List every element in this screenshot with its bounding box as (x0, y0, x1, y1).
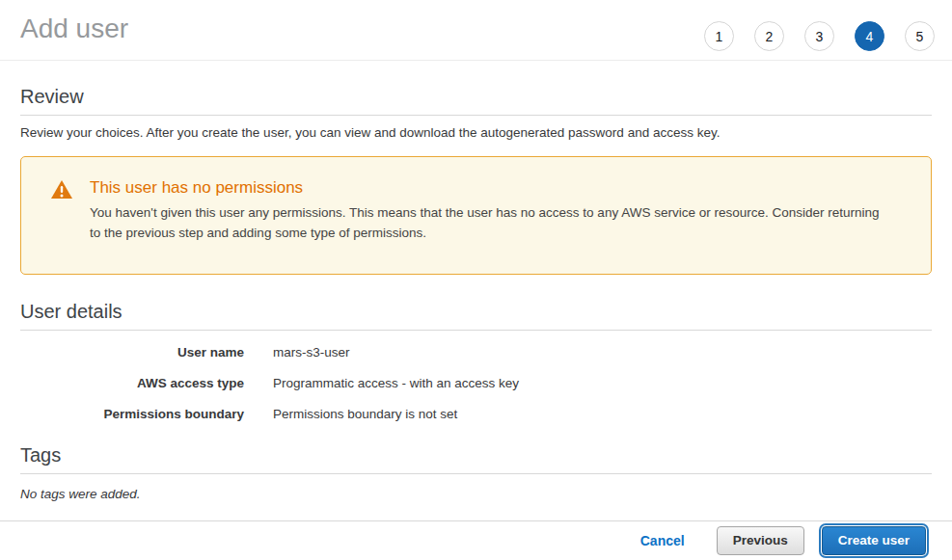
table-row: Permissions boundary Permissions boundar… (20, 407, 932, 421)
table-row: AWS access type Programmatic access - wi… (20, 376, 932, 390)
warning-body: You haven't given this user any permissi… (90, 202, 892, 243)
user-name-label: User name (20, 345, 244, 360)
step-indicator: 1 2 3 4 5 (704, 21, 935, 51)
step-4-active: 4 (855, 21, 884, 51)
review-description: Review your choices. After you create th… (20, 125, 932, 140)
user-details-rows: User name mars-s3-user AWS access type P… (20, 345, 932, 421)
step-3: 3 (804, 21, 834, 51)
create-user-button[interactable]: Create user (822, 526, 926, 555)
warning-title: This user has no permissions (90, 178, 892, 198)
wizard-footer: Cancel Previous Create user (0, 520, 952, 560)
step-2: 2 (754, 21, 784, 51)
tags-empty-message: No tags were added. (20, 487, 932, 501)
table-row: User name mars-s3-user (20, 345, 932, 360)
previous-button[interactable]: Previous (717, 526, 804, 555)
wizard-header: Add user 1 2 3 4 5 (0, 0, 952, 61)
step-5: 5 (905, 21, 935, 51)
user-details-section-heading: User details (20, 301, 932, 331)
access-type-value: Programmatic access - with an access key (273, 376, 519, 390)
user-name-value: mars-s3-user (273, 345, 350, 360)
permissions-boundary-label: Permissions boundary (20, 407, 244, 421)
cancel-button[interactable]: Cancel (640, 533, 685, 548)
review-section-heading: Review (20, 86, 932, 116)
warning-triangle-icon (51, 180, 72, 199)
tags-section-heading: Tags (20, 444, 932, 474)
page-title: Add user (20, 13, 128, 44)
step-1: 1 (704, 21, 734, 51)
permissions-boundary-value: Permissions boundary is not set (273, 407, 457, 421)
access-type-label: AWS access type (20, 376, 244, 390)
wizard-content: Review Review your choices. After you cr… (0, 86, 952, 501)
no-permissions-warning: This user has no permissions You haven't… (20, 156, 932, 275)
